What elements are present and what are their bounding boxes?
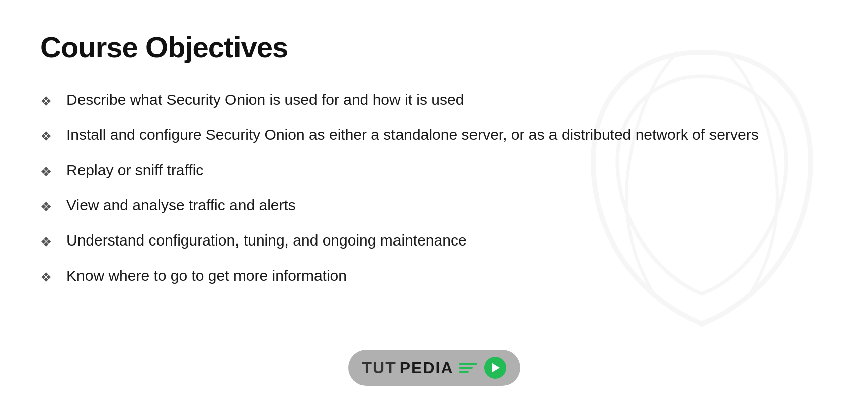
bullet-icon: ❖	[40, 268, 52, 280]
bullet-icon: ❖	[40, 163, 52, 175]
brand-text-pedia: PEDIA	[400, 359, 454, 377]
list-item: ❖ View and analyse traffic and alerts	[40, 195, 828, 216]
brand-lines-icon	[459, 363, 477, 373]
item-text: Describe what Security Onion is used for…	[66, 89, 828, 110]
item-text: Understand configuration, tuning, and on…	[66, 230, 828, 251]
objectives-list: ❖ Describe what Security Onion is used f…	[40, 89, 828, 286]
bullet-icon: ❖	[40, 198, 52, 210]
item-text: View and analyse traffic and alerts	[66, 195, 828, 216]
list-item: ❖ Describe what Security Onion is used f…	[40, 89, 828, 110]
brand-text-tut: TUT	[362, 359, 397, 377]
main-content: Course Objectives ❖ Describe what Securi…	[0, 0, 868, 306]
item-text: Know where to go to get more information	[66, 265, 828, 286]
bullet-icon: ❖	[40, 127, 52, 139]
list-item: ❖ Replay or sniff traffic	[40, 159, 828, 181]
brand-badge: TUT PEDIA	[348, 350, 520, 386]
item-text: Install and configure Security Onion as …	[66, 124, 828, 145]
item-text: Replay or sniff traffic	[66, 159, 828, 181]
bullet-icon: ❖	[40, 233, 52, 245]
page-title: Course Objectives	[40, 30, 828, 64]
brand-play-icon	[484, 357, 506, 379]
list-item: ❖ Understand configuration, tuning, and …	[40, 230, 828, 251]
brand-line-3	[459, 371, 469, 373]
bullet-icon: ❖	[40, 92, 52, 104]
list-item: ❖ Know where to go to get more informati…	[40, 265, 828, 286]
brand-line-2	[459, 367, 473, 369]
list-item: ❖ Install and configure Security Onion a…	[40, 124, 828, 145]
brand-line-1	[459, 363, 477, 365]
